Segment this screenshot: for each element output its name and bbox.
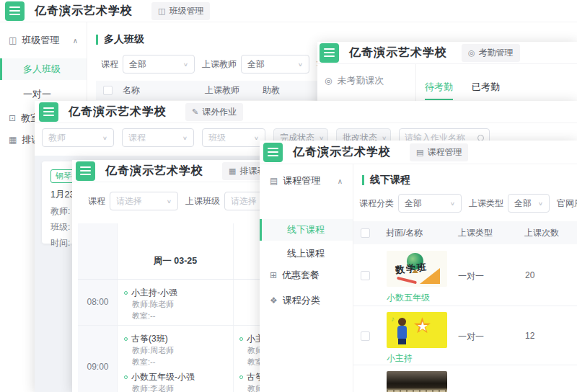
category-icon: ❖: [270, 295, 278, 306]
chevron-down-icon: ∨: [538, 200, 543, 206]
menu-icon[interactable]: [39, 102, 58, 122]
status-dot-icon: [124, 291, 128, 295]
kid-body: [397, 326, 407, 339]
course-cover-host: ★ ★ ♪: [387, 312, 447, 348]
course-row: [353, 365, 577, 392]
star-icon: ★: [417, 320, 428, 333]
class-filter-select[interactable]: 班级 ∨: [202, 128, 265, 147]
course-filter-row: 课程分类 全部 ∨ 上课类型 全部 ∨ 官网展示: [359, 194, 577, 213]
course-table-header: 封面/名称 上课类型 上课次数: [353, 221, 577, 244]
course-cover-math: 数学班: [387, 251, 447, 287]
chevron-down-icon: ∨: [298, 61, 303, 67]
chevron-down-icon: ∨: [183, 61, 188, 67]
attendance-icon: ◎: [468, 48, 475, 58]
chevron-down-icon: ∨: [450, 200, 455, 206]
schedule-entry[interactable]: 古筝(3班) 教师:周老师 教室:--: [124, 333, 195, 368]
sidebar-item-online-courses[interactable]: 线上课程: [260, 245, 353, 262]
course-window-header: 亿奇演示艺术学校 ▤ 课程管理: [260, 141, 577, 164]
attendance-icon: ◎: [325, 76, 332, 86]
schedule-entry[interactable]: 小主持-小强 教师:陈老师 教室:--: [124, 287, 177, 321]
course-row: 数学班 小数五年级 一对一 20: [353, 244, 577, 306]
music-note-icon: ♪: [391, 315, 395, 323]
schedule-entry[interactable]: 小数五年级-小强 教师:李老师 教室:--: [124, 371, 195, 392]
status-dot-icon: [239, 375, 243, 379]
class-group-icon: ◫: [158, 6, 165, 16]
time-label: 08:00: [78, 297, 118, 307]
tab-attendance-management[interactable]: ◎ 考勤管理: [462, 44, 520, 62]
type-filter-select[interactable]: 全部 ∨: [508, 194, 550, 213]
sidebar-item-course-management[interactable]: ▤ 课程管理 ∧: [260, 174, 353, 187]
tab-class-management[interactable]: ◫ 班级管理: [151, 2, 210, 20]
chevron-down-icon: ∨: [254, 135, 259, 141]
chevron-down-icon: ∨: [319, 135, 324, 141]
select-all-checkbox[interactable]: [361, 228, 370, 238]
desktop: 亿奇演示艺术学校 ◫ 班级管理 ◫ 班级管理 ∧ 多人班级 一对一 ⊡ 教室: [0, 0, 577, 392]
category-filter-select[interactable]: 全部 ∨: [398, 194, 462, 213]
sidebar-item-course-category[interactable]: ❖ 课程分类: [260, 292, 353, 309]
column-cover-name: 封面/名称: [386, 227, 458, 239]
kid-head: [398, 318, 406, 326]
course-filter-select[interactable]: 请选择 ∨: [110, 192, 178, 210]
course-filter-select[interactable]: 全部 ∨: [123, 55, 195, 74]
schedule-icon: ▦: [229, 166, 236, 176]
chevron-up-icon: ∧: [73, 37, 78, 45]
course-name-link[interactable]: 小数五年级: [387, 292, 430, 304]
teacher-filter-select[interactable]: 教师 ∨: [42, 128, 114, 147]
class-filter-label: 上课班级: [185, 195, 220, 208]
tab-pending-attendance[interactable]: 待考勤: [425, 81, 453, 94]
tab-course-management[interactable]: ▤ 课程管理: [410, 143, 468, 161]
course-name-link[interactable]: 小主持: [387, 352, 413, 365]
sidebar-item-packages[interactable]: ⊞ 优惠套餐: [260, 267, 353, 284]
pencil-icon: [397, 277, 417, 285]
teacher-filter-select[interactable]: 全部 ∨: [241, 55, 309, 74]
attendance-window-header: 亿奇演示艺术学校 ◎ 考勤管理: [317, 42, 577, 64]
column-name: 名称: [123, 84, 205, 97]
class-filter-row: 课程 全部 ∨ 上课教师 全部 ∨ 状态: [101, 55, 338, 74]
gift-icon: ⊞: [270, 270, 277, 280]
menu-icon[interactable]: [320, 43, 339, 63]
tab-done-attendance[interactable]: 已考勤: [472, 81, 500, 94]
status-dot-icon: [239, 337, 243, 341]
window-course-management: 亿奇演示艺术学校 ▤ 课程管理 ▤ 课程管理 ∧ 线下课程 线上课程 ⊞ 优惠套…: [260, 141, 577, 392]
teacher-filter-label: 上课教师: [202, 58, 237, 71]
app-title: 亿奇演示艺术学校: [35, 4, 133, 19]
group-icon: ◫: [9, 35, 17, 45]
course-cover-piano: [387, 371, 447, 392]
row-checkbox[interactable]: [361, 331, 370, 341]
homework-icon: ✎: [192, 107, 198, 117]
sidebar-item-class-management[interactable]: ◫ 班级管理 ∧: [0, 34, 87, 47]
app-title: 亿奇演示艺术学校: [69, 104, 167, 120]
course-icon: ▤: [416, 148, 423, 157]
day-header: 周一 03-25: [118, 255, 233, 267]
menu-icon[interactable]: [5, 1, 25, 21]
kid-legs: [398, 339, 406, 344]
course-sidebar: ▤ 课程管理 ∧ 线下课程 线上课程 ⊞ 优惠套餐 ❖ 课程分类: [260, 164, 353, 392]
column-count: 上课次数: [524, 227, 559, 239]
attendance-tabbar: 待考勤 已考勤: [416, 64, 577, 102]
site-display-filter-label: 官网展示: [557, 197, 577, 210]
row-checkbox[interactable]: [361, 271, 370, 280]
sidebar-item-pending-lessons[interactable]: ◎ 未考勤课次: [317, 70, 415, 92]
sidebar-item-offline-courses[interactable]: 线下课程: [260, 219, 353, 241]
course-type: 一对一: [458, 331, 484, 343]
chevron-down-icon: ∨: [182, 135, 188, 141]
book-icon: ▤: [270, 176, 278, 186]
menu-icon[interactable]: [263, 143, 283, 162]
chevron-down-icon: ∨: [102, 135, 107, 141]
sidebar-item-multi-class[interactable]: 多人班级: [0, 58, 87, 80]
status-dot-icon: [124, 375, 128, 379]
app-title: 亿奇演示艺术学校: [105, 164, 203, 179]
calendar-icon: ▦: [9, 135, 17, 145]
course-filter-label: 课程: [88, 195, 105, 208]
chevron-down-icon: ∨: [382, 135, 387, 141]
tab-homework[interactable]: ✎ 课外作业: [185, 103, 243, 121]
course-type: 一对一: [458, 270, 484, 282]
time-label: 09:00: [78, 362, 118, 372]
course-filter-label: 课程: [101, 58, 118, 71]
type-filter-label: 上课类型: [469, 197, 503, 210]
app-title: 亿奇演示艺术学校: [293, 145, 391, 160]
select-all-checkbox[interactable]: [103, 86, 113, 95]
menu-icon[interactable]: [76, 161, 95, 181]
course-filter-select[interactable]: 课程 ∨: [122, 128, 194, 147]
homework-window-header: 亿奇演示艺术学校 ✎ 课外作业: [35, 101, 577, 123]
